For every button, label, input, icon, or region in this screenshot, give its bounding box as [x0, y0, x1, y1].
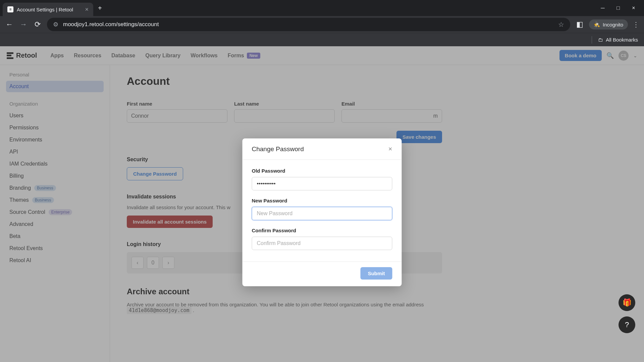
submit-button[interactable]: Submit	[361, 267, 392, 280]
modal-title: Change Password	[252, 145, 304, 153]
minimize-icon[interactable]: ─	[600, 5, 606, 11]
help-fab[interactable]: ?	[619, 316, 635, 333]
new-password-input[interactable]	[252, 207, 392, 220]
help-icon: ?	[625, 320, 629, 329]
browser-toolbar: ← → ⟳ ⚙ moodjoy1.retool.com/settings/acc…	[0, 16, 644, 33]
all-bookmarks-label: All Bookmarks	[606, 37, 638, 43]
tab-favicon-icon: ≡	[7, 6, 13, 12]
gift-fab[interactable]: 🎁	[619, 294, 635, 311]
tab-title: Account Settings | Retool	[17, 7, 82, 12]
browser-menu-icon[interactable]: ⋮	[633, 20, 639, 28]
incognito-icon: 🕵	[594, 21, 600, 27]
browser-chrome: ≡ Account Settings | Retool × + ─ □ × ← …	[0, 0, 644, 46]
bookmarks-bar: 🗀 All Bookmarks	[0, 33, 644, 46]
panel-icon[interactable]: ◧	[575, 20, 584, 29]
incognito-label: Incognito	[603, 22, 623, 27]
app-area: Retool Apps Resources Database Query Lib…	[0, 46, 644, 362]
old-password-input[interactable]	[252, 177, 392, 190]
confirm-password-label: Confirm Password	[252, 228, 392, 233]
address-bar[interactable]: ⚙ moodjoy1.retool.com/settings/account ☆	[47, 18, 570, 31]
browser-tab[interactable]: ≡ Account Settings | Retool ×	[3, 3, 93, 16]
reload-icon[interactable]: ⟳	[33, 20, 42, 29]
old-password-label: Old Password	[252, 168, 392, 174]
new-tab-button[interactable]: +	[98, 4, 102, 12]
gift-icon: 🎁	[623, 298, 632, 307]
new-password-label: New Password	[252, 198, 392, 203]
forward-icon[interactable]: →	[19, 20, 28, 29]
back-icon[interactable]: ←	[5, 20, 14, 29]
maximize-icon[interactable]: □	[615, 5, 621, 11]
browser-titlebar: ≡ Account Settings | Retool × + ─ □ ×	[0, 0, 644, 16]
tab-close-icon[interactable]: ×	[85, 6, 89, 13]
confirm-password-input[interactable]	[252, 237, 392, 250]
close-window-icon[interactable]: ×	[631, 5, 637, 11]
bookmarks-separator	[592, 36, 592, 44]
close-icon[interactable]: ×	[388, 145, 392, 153]
url-text: moodjoy1.retool.com/settings/account	[63, 21, 553, 28]
incognito-badge[interactable]: 🕵 Incognito	[589, 19, 628, 29]
folder-icon: 🗀	[598, 37, 603, 43]
change-password-modal: Change Password × Old Password New Passw…	[243, 138, 402, 286]
bookmark-star-icon[interactable]: ☆	[558, 20, 564, 28]
all-bookmarks-button[interactable]: 🗀 All Bookmarks	[598, 37, 638, 43]
site-settings-icon[interactable]: ⚙	[53, 21, 58, 28]
window-controls: ─ □ ×	[600, 5, 641, 11]
